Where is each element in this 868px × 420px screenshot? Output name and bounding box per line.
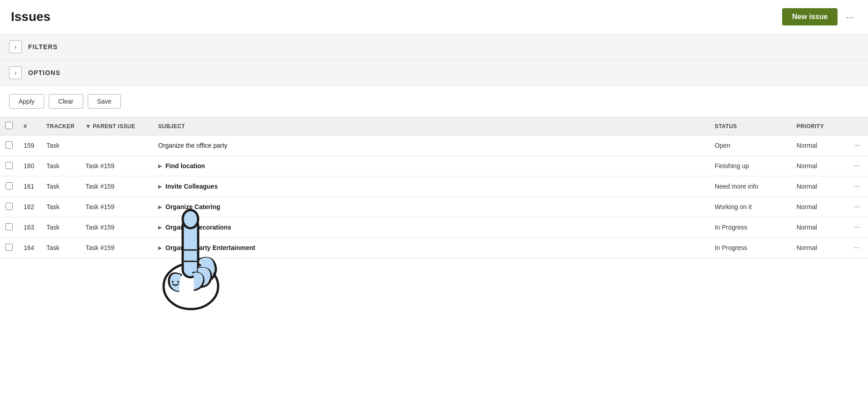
row-more-button[interactable]: ··· bbox=[851, 181, 863, 191]
row-check-cell bbox=[0, 135, 18, 156]
col-header-tracker: TRACKER bbox=[41, 117, 80, 135]
col-header-status: STATUS bbox=[709, 117, 791, 135]
action-bar: Apply Clear Save bbox=[0, 86, 868, 117]
row-subject: ▶Organise Party Entertainment bbox=[153, 238, 709, 258]
row-more-button[interactable]: ··· bbox=[851, 202, 863, 212]
row-priority: Normal bbox=[791, 156, 846, 176]
row-tracker: Task bbox=[41, 238, 80, 258]
row-check-cell bbox=[0, 176, 18, 197]
filters-section: › FILTERS › OPTIONS bbox=[0, 34, 868, 86]
row-priority: Normal bbox=[791, 176, 846, 197]
page-header: Issues New issue ··· bbox=[0, 0, 868, 34]
row-status: In Progress bbox=[709, 217, 791, 238]
row-parent: Task #159 bbox=[80, 176, 153, 197]
row-parent bbox=[80, 135, 153, 156]
options-row[interactable]: › OPTIONS bbox=[0, 60, 868, 85]
header-actions: New issue ··· bbox=[782, 8, 857, 25]
row-expand-icon[interactable]: ▶ bbox=[158, 225, 162, 230]
row-parent: Task #159 bbox=[80, 238, 153, 258]
filters-row[interactable]: › FILTERS bbox=[0, 34, 868, 60]
row-subject-text[interactable]: Organize Decorations bbox=[165, 224, 231, 231]
row-checkbox[interactable] bbox=[5, 182, 13, 190]
filters-label: FILTERS bbox=[28, 43, 58, 50]
issues-table-container: # TRACKER ▼ PARENT ISSUE SUBJECT STATUS … bbox=[0, 117, 868, 258]
table-row: 164TaskTask #159▶Organise Party Entertai… bbox=[0, 238, 868, 258]
table-body: 159TaskOrganize the office partyOpenNorm… bbox=[0, 135, 868, 258]
row-priority: Normal bbox=[791, 238, 846, 258]
row-expand-icon[interactable]: ▶ bbox=[158, 163, 162, 169]
row-tracker: Task bbox=[41, 217, 80, 238]
row-expand-icon[interactable]: ▶ bbox=[158, 245, 162, 251]
row-subject: ▶Find location bbox=[153, 156, 709, 176]
table-row: 161TaskTask #159▶Invite ColleaguesNeed m… bbox=[0, 176, 868, 197]
row-subject-text[interactable]: Organize Catering bbox=[165, 203, 220, 210]
save-button[interactable]: Save bbox=[88, 94, 121, 109]
row-subject: ▶Organize Catering bbox=[153, 197, 709, 217]
clear-button[interactable]: Clear bbox=[49, 94, 83, 109]
row-subject: Organize the office party bbox=[153, 135, 709, 156]
row-subject-text[interactable]: Organise Party Entertainment bbox=[165, 244, 255, 251]
row-check-cell bbox=[0, 197, 18, 217]
apply-button[interactable]: Apply bbox=[9, 94, 44, 109]
row-checkbox[interactable] bbox=[5, 244, 13, 251]
row-status: Open bbox=[709, 135, 791, 156]
row-expand-icon[interactable]: ▶ bbox=[158, 204, 162, 210]
row-id: 162 bbox=[18, 197, 41, 217]
options-toggle[interactable]: › bbox=[9, 66, 22, 79]
row-actions: ··· bbox=[846, 135, 868, 156]
row-actions: ··· bbox=[846, 156, 868, 176]
row-status: Need more info bbox=[709, 176, 791, 197]
row-actions: ··· bbox=[846, 176, 868, 197]
row-parent: Task #159 bbox=[80, 156, 153, 176]
row-id: 159 bbox=[18, 135, 41, 156]
col-header-priority: PRIORITY bbox=[791, 117, 846, 135]
new-issue-button[interactable]: New issue bbox=[782, 8, 838, 25]
row-subject-text[interactable]: Find location bbox=[165, 162, 205, 170]
row-check-cell bbox=[0, 238, 18, 258]
row-priority: Normal bbox=[791, 197, 846, 217]
col-header-actions bbox=[846, 117, 868, 135]
col-header-check[interactable] bbox=[0, 117, 18, 135]
row-tracker: Task bbox=[41, 135, 80, 156]
issues-table: # TRACKER ▼ PARENT ISSUE SUBJECT STATUS … bbox=[0, 117, 868, 258]
col-header-parent-label: ▼ PARENT ISSUE bbox=[85, 123, 135, 130]
col-header-parent[interactable]: ▼ PARENT ISSUE bbox=[80, 117, 153, 135]
row-actions: ··· bbox=[846, 197, 868, 217]
row-subject-text[interactable]: Organize the office party bbox=[158, 142, 227, 149]
row-more-button[interactable]: ··· bbox=[851, 243, 863, 253]
row-actions: ··· bbox=[846, 238, 868, 258]
row-more-button[interactable]: ··· bbox=[851, 222, 863, 232]
row-status: In Progress bbox=[709, 238, 791, 258]
row-more-button[interactable]: ··· bbox=[851, 161, 863, 171]
more-options-button[interactable]: ··· bbox=[842, 10, 857, 24]
row-subject: ▶Organize Decorations bbox=[153, 217, 709, 238]
filters-toggle[interactable]: › bbox=[9, 40, 22, 53]
row-priority: Normal bbox=[791, 135, 846, 156]
col-header-subject: SUBJECT bbox=[153, 117, 709, 135]
col-header-id: # bbox=[18, 117, 41, 135]
row-expand-icon[interactable]: ▶ bbox=[158, 184, 162, 190]
row-checkbox[interactable] bbox=[5, 141, 13, 149]
row-id: 163 bbox=[18, 217, 41, 238]
row-id: 164 bbox=[18, 238, 41, 258]
table-row: 162TaskTask #159▶Organize CateringWorkin… bbox=[0, 197, 868, 217]
row-checkbox[interactable] bbox=[5, 162, 13, 169]
row-tracker: Task bbox=[41, 176, 80, 197]
row-subject: ▶Invite Colleagues bbox=[153, 176, 709, 197]
row-id: 160 bbox=[18, 156, 41, 176]
row-more-button[interactable]: ··· bbox=[851, 140, 863, 150]
row-priority: Normal bbox=[791, 217, 846, 238]
select-all-checkbox[interactable] bbox=[5, 122, 13, 129]
table-row: 159TaskOrganize the office partyOpenNorm… bbox=[0, 135, 868, 156]
row-checkbox[interactable] bbox=[5, 203, 13, 210]
table-row: 163TaskTask #159▶Organize DecorationsIn … bbox=[0, 217, 868, 238]
row-status: Finishing up bbox=[709, 156, 791, 176]
row-id: 161 bbox=[18, 176, 41, 197]
row-checkbox[interactable] bbox=[5, 223, 13, 230]
options-label: OPTIONS bbox=[28, 69, 60, 76]
row-subject-text[interactable]: Invite Colleagues bbox=[165, 183, 218, 190]
page-title: Issues bbox=[11, 10, 50, 24]
row-status: Working on it bbox=[709, 197, 791, 217]
table-header-row: # TRACKER ▼ PARENT ISSUE SUBJECT STATUS … bbox=[0, 117, 868, 135]
row-actions: ··· bbox=[846, 217, 868, 238]
